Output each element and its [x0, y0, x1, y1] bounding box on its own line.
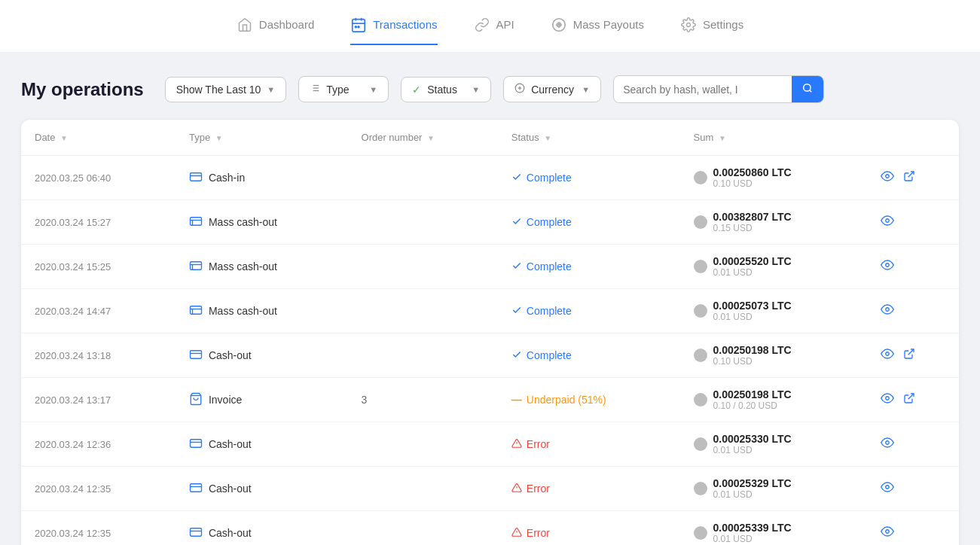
sum-usd: 0.15 USD	[713, 223, 792, 233]
type-icon	[189, 392, 203, 408]
nav-label-api: API	[496, 18, 514, 31]
col-header-sum[interactable]: Sum ▼	[680, 120, 867, 156]
ltc-coin-icon	[694, 437, 707, 451]
dashboard-icon	[237, 17, 253, 33]
type-label: Cash-in	[209, 172, 245, 184]
type-label: Cash-out	[209, 438, 252, 450]
chevron-down-icon: ▼	[267, 85, 275, 94]
svg-point-54	[885, 485, 889, 489]
nav-item-dashboard[interactable]: Dashboard	[237, 17, 314, 45]
table-row: 2020.03.24 12:35Cash-outError 0.00025339…	[21, 511, 959, 546]
cell-order	[348, 467, 498, 511]
transactions-icon	[350, 17, 367, 33]
cell-date: 2020.03.24 12:35	[21, 467, 176, 511]
nav-item-transactions[interactable]: Transactions	[350, 17, 437, 45]
transactions-table: Date ▼ Type ▼ Order number ▼ Status ▼ Su…	[21, 120, 959, 545]
cell-sum: 0.00250860 LTC 0.10 USD	[680, 156, 867, 200]
search-button[interactable]	[792, 76, 823, 102]
sum-usd: 0.01 USD	[713, 267, 792, 278]
external-link-icon[interactable]	[903, 392, 915, 408]
type-icon	[189, 348, 203, 364]
svg-point-37	[885, 307, 889, 311]
currency-dropdown[interactable]: Currency ▼	[503, 76, 601, 102]
table-row: 2020.03.24 12:36Cash-outError 0.00025330…	[21, 422, 959, 467]
view-icon[interactable]	[881, 214, 894, 231]
external-link-icon[interactable]	[903, 170, 915, 186]
cell-order	[348, 333, 498, 378]
ltc-coin-icon	[694, 482, 707, 495]
type-icon	[189, 215, 203, 230]
status-label: Complete	[527, 349, 572, 361]
nav-item-settings[interactable]: Settings	[680, 17, 743, 45]
cell-status: Complete	[498, 333, 680, 378]
cell-date: 2020.03.24 13:17	[21, 378, 176, 422]
svg-rect-22	[190, 172, 201, 181]
status-label: Error	[527, 438, 550, 450]
type-icon	[189, 259, 203, 275]
svg-point-24	[885, 174, 889, 178]
type-dropdown[interactable]: Type ▼	[298, 76, 389, 102]
col-header-order[interactable]: Order number ▼	[348, 120, 498, 156]
show-last-dropdown[interactable]: Show The Last 10 ▼	[165, 77, 287, 102]
status-label: Complete	[527, 172, 572, 184]
cell-actions	[867, 289, 959, 333]
nav-label-transactions: Transactions	[373, 18, 437, 31]
table-row: 2020.03.25 06:40Cash-inComplete 0.002508…	[21, 156, 959, 200]
cell-status: Error	[498, 422, 680, 467]
col-header-type[interactable]: Type ▼	[176, 120, 348, 156]
sum-crypto: 0.00025339 LTC	[713, 522, 792, 534]
view-icon[interactable]	[881, 480, 894, 498]
main-content: My operations Show The Last 10 ▼ Type ▼	[0, 53, 980, 545]
svg-point-43	[885, 396, 889, 400]
status-label: Complete	[527, 305, 572, 317]
ltc-coin-icon	[694, 260, 707, 273]
external-link-icon[interactable]	[903, 348, 915, 364]
view-icon[interactable]	[881, 347, 894, 364]
cell-date: 2020.03.25 06:40	[21, 156, 176, 200]
svg-point-59	[885, 529, 889, 533]
sum-crypto: 0.00025520 LTC	[713, 255, 792, 267]
cell-date: 2020.03.24 15:27	[21, 200, 176, 245]
cell-order	[348, 156, 498, 200]
nav-label-mass-payouts: Mass Payouts	[573, 18, 644, 31]
cell-status: Error	[498, 467, 680, 511]
col-header-date[interactable]: Date ▼	[21, 120, 176, 156]
type-filter-icon	[310, 83, 320, 96]
search-wrapper	[613, 75, 824, 103]
view-icon[interactable]	[881, 391, 894, 409]
ltc-coin-icon	[694, 526, 707, 540]
cell-order	[348, 289, 498, 333]
status-icon	[511, 172, 522, 184]
date-sort-icon: ▼	[60, 134, 68, 142]
settings-icon	[680, 17, 697, 33]
order-sort-icon: ▼	[427, 134, 435, 142]
status-icon	[511, 349, 522, 362]
cell-date: 2020.03.24 12:36	[21, 422, 176, 467]
view-icon[interactable]	[881, 525, 894, 542]
table-header-row: Date ▼ Type ▼ Order number ▼ Status ▼ Su…	[21, 120, 959, 156]
cell-type: Cash-in	[176, 156, 348, 200]
view-icon[interactable]	[881, 303, 894, 320]
view-icon[interactable]	[881, 169, 894, 187]
sum-usd: 0.01 USD	[713, 312, 792, 322]
nav-item-mass-payouts[interactable]: Mass Payouts	[551, 17, 644, 45]
svg-point-10	[686, 23, 690, 26]
sum-crypto: 0.00025330 LTC	[713, 433, 792, 445]
svg-rect-55	[190, 528, 201, 536]
sum-usd: 0.10 USD	[713, 178, 792, 189]
search-input[interactable]	[614, 78, 792, 102]
svg-point-20	[804, 84, 811, 91]
view-icon[interactable]	[881, 258, 894, 276]
svg-rect-30	[190, 261, 201, 269]
type-label: Cash-out	[209, 483, 252, 495]
status-dropdown[interactable]: ✓ Status ▼	[401, 77, 491, 102]
view-icon[interactable]	[881, 436, 894, 453]
nav-item-api[interactable]: API	[474, 17, 514, 45]
svg-point-4	[356, 26, 357, 27]
cell-type: Cash-out	[176, 333, 348, 378]
svg-rect-38	[190, 350, 201, 358]
col-header-status[interactable]: Status ▼	[498, 120, 680, 156]
cell-type: Mass cash-out	[176, 245, 348, 289]
svg-line-41	[908, 349, 913, 355]
cell-date: 2020.03.24 14:47	[21, 289, 176, 333]
